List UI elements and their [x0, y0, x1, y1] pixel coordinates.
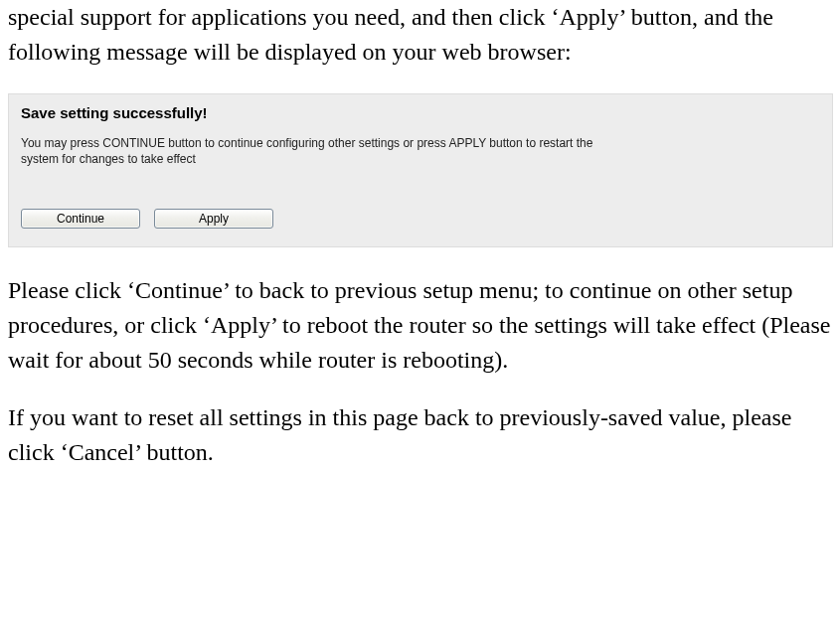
panel-heading: Save setting successfully!: [21, 104, 820, 121]
instruction-paragraph-2: If you want to reset all settings in thi…: [8, 400, 832, 470]
apply-button[interactable]: Apply: [154, 209, 273, 229]
intro-paragraph: special support for applications you nee…: [8, 0, 832, 70]
continue-button[interactable]: Continue: [21, 209, 140, 229]
button-row: Continue Apply: [21, 209, 820, 229]
confirmation-panel: Save setting successfully! You may press…: [8, 93, 833, 247]
panel-description: You may press CONTINUE button to continu…: [21, 135, 820, 167]
document-container: special support for applications you nee…: [0, 0, 840, 470]
instruction-paragraph-1: Please click ‘Continue’ to back to previ…: [8, 273, 832, 377]
